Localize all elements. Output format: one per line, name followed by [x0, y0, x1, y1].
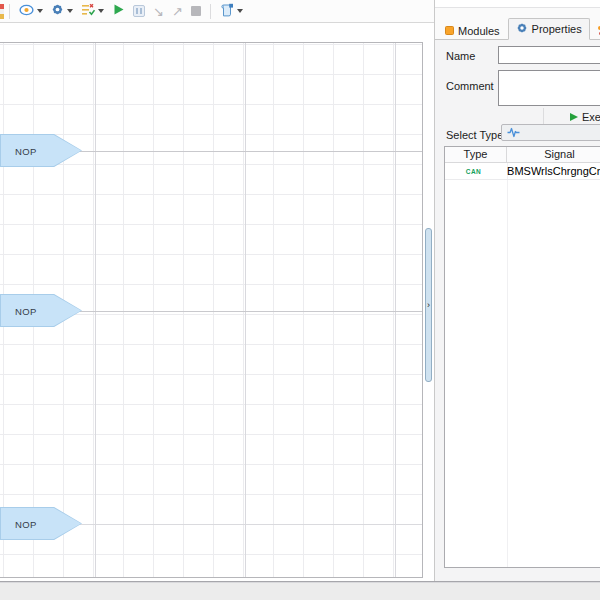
gear-icon: [51, 3, 64, 19]
toolbar-separator: [9, 4, 10, 19]
script-button[interactable]: [217, 1, 246, 21]
play-icon: [570, 113, 578, 121]
node-label: NOP: [15, 518, 37, 529]
flow-editor-area: NOP NOP NOP: [0, 23, 424, 580]
select-type-label: Select Type:: [446, 129, 506, 141]
node-shape: [1, 135, 81, 166]
signal-name-cell: BMSWrlsChrgngCmd: [502, 163, 600, 179]
comment-input[interactable]: [498, 70, 600, 106]
properties-content: Name Comment Exe Select Type: Type Signa…: [435, 40, 600, 581]
script-icon: [220, 3, 234, 20]
node-label: NOP: [15, 305, 37, 316]
column-header-type[interactable]: Type: [445, 147, 507, 162]
dropdown-caret-icon: [98, 9, 104, 13]
run-button[interactable]: [109, 1, 128, 21]
right-panel: Modules Properties Vars Name Comment Exe: [434, 0, 600, 581]
tab-label: Modules: [458, 25, 500, 37]
pause-icon: [133, 5, 145, 17]
tab-modules[interactable]: Modules: [437, 21, 508, 40]
stop-button[interactable]: [188, 1, 204, 21]
comment-label: Comment: [446, 80, 494, 92]
visibility-button[interactable]: [16, 1, 46, 21]
signal-table: Type Signal CAN BMSWrlsChrgngCmd: [444, 146, 600, 568]
signal-type-badge: CAN: [445, 163, 502, 179]
node-shape: [1, 508, 81, 539]
tab-vars[interactable]: Vars: [590, 21, 600, 40]
stop-icon: [191, 6, 201, 16]
dropdown-caret-icon: [37, 9, 43, 13]
checklist-button[interactable]: [78, 1, 107, 21]
node-label: NOP: [15, 145, 37, 156]
modules-icon: [445, 26, 454, 35]
gear-icon: [516, 22, 528, 36]
node-shape: [1, 295, 81, 326]
tab-label: Properties: [532, 23, 582, 35]
flow-canvas[interactable]: NOP NOP NOP: [0, 42, 423, 578]
tab-properties[interactable]: Properties: [508, 18, 590, 40]
step-into-icon: ↘: [153, 5, 164, 18]
step-out-icon: ↗: [172, 5, 183, 18]
app-window: ↘ ↗: [0, 0, 600, 600]
name-input[interactable]: [498, 46, 600, 64]
checklist-icon: [81, 3, 95, 19]
status-bar: [0, 581, 600, 600]
nop-node-3[interactable]: NOP: [0, 507, 82, 540]
table-header-row: Type Signal: [445, 147, 600, 163]
panel-splitter[interactable]: ›: [424, 23, 434, 580]
settings-button[interactable]: [48, 1, 76, 21]
play-icon: [112, 3, 125, 19]
execute-button[interactable]: Exe: [543, 108, 600, 125]
dropdown-caret-icon: [67, 9, 73, 13]
toolbar-separator: [210, 4, 211, 19]
clipped-icon: [0, 4, 4, 19]
collapse-arrow-icon: ›: [427, 301, 430, 310]
step-out-button[interactable]: ↗: [169, 1, 186, 21]
waveform-icon: [507, 124, 520, 142]
pause-button[interactable]: [130, 1, 148, 21]
panel-top-strip: [435, 0, 600, 8]
splitter-handle[interactable]: ›: [425, 228, 432, 382]
panel-tab-bar: Modules Properties Vars: [435, 8, 600, 40]
signal-type-combo[interactable]: [501, 124, 600, 141]
name-label: Name: [446, 50, 475, 62]
eye-icon: [19, 4, 34, 19]
execute-label: Exe: [582, 111, 600, 123]
column-divider: [507, 147, 508, 567]
column-header-signal[interactable]: Signal: [507, 147, 600, 162]
nop-node-2[interactable]: NOP: [0, 294, 82, 327]
step-into-button[interactable]: ↘: [150, 1, 167, 21]
table-row[interactable]: CAN BMSWrlsChrgngCmd: [445, 163, 600, 180]
nop-node-1[interactable]: NOP: [0, 134, 82, 167]
main-toolbar: ↘ ↗: [0, 0, 434, 23]
dropdown-caret-icon: [237, 9, 243, 13]
